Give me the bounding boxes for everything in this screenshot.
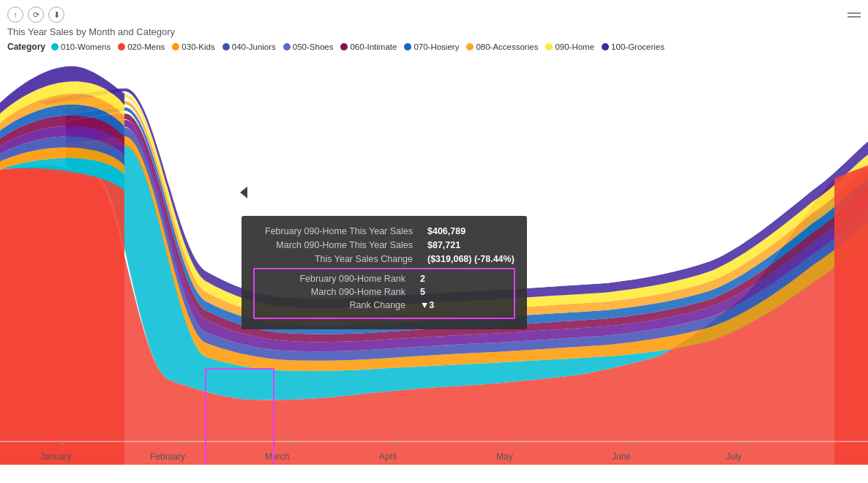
x-label-july: July (726, 452, 741, 462)
toolbar-icons: ↑ ⟳ ⬇ (7, 7, 64, 23)
legend-item-home: 090-Home (545, 42, 594, 51)
legend-dot-mens (118, 43, 125, 50)
tooltip-key-5: March 090-Home Rank (261, 287, 405, 297)
legend-item-shoes: 050-Shoes (283, 42, 334, 51)
chart-title: This Year Sales by Month and Category (0, 26, 868, 40)
legend-dot-shoes (283, 43, 291, 50)
tooltip-key-4: February 090-Home Rank (261, 274, 405, 284)
legend-text-home: 090-Home (555, 42, 594, 51)
legend-item-kids: 030-Kids (172, 42, 214, 51)
legend-dot-groceries (602, 43, 609, 50)
x-label-april: April (379, 452, 397, 462)
legend-text-intimate: 060-Intimate (350, 42, 397, 51)
refresh-button[interactable]: ⟳ (28, 7, 44, 23)
tooltip-val-4: 2 (420, 274, 508, 284)
tooltip-val-2: $87,721 (427, 240, 515, 250)
x-label-june: June (612, 452, 631, 462)
legend-dot-kids (172, 43, 179, 50)
download-button[interactable]: ⬇ (48, 7, 64, 23)
tooltip-val-5: 5 (420, 287, 508, 297)
legend-label: Category (7, 42, 45, 52)
tooltip-row-4: February 090-Home Rank 2 (261, 274, 508, 284)
legend-dot-juniors (222, 43, 230, 50)
legend-dot-accessories (466, 43, 474, 50)
legend-item-hosiery: 070-Hosiery (404, 42, 459, 51)
legend-text-hosiery: 070-Hosiery (414, 42, 459, 51)
tooltip-highlighted-section: February 090-Home Rank 2 March 090-Home … (253, 268, 515, 319)
x-label-january: January (40, 452, 72, 462)
tooltip-row-2: March 090-Home This Year Sales $87,721 (253, 240, 515, 250)
legend-item-juniors: 040-Juniors (222, 42, 276, 51)
tooltip-val-1: $406,789 (427, 226, 515, 236)
tooltip-row-5: March 090-Home Rank 5 (261, 287, 508, 297)
legend-text-accessories: 080-Accessories (476, 42, 538, 51)
x-label-february: February (150, 452, 185, 462)
legend-text-shoes: 050-Shoes (293, 42, 334, 51)
tooltip-row-1: February 090-Home This Year Sales $406,7… (253, 226, 515, 236)
tooltip-row-6: Rank Change ▼3 (261, 300, 508, 310)
tooltip: February 090-Home This Year Sales $406,7… (242, 216, 527, 329)
legend-text-womens: 010-Womens (61, 42, 111, 51)
tooltip-key-1: February 090-Home This Year Sales (253, 226, 413, 236)
legend-dot-home (545, 43, 553, 50)
legend-item-accessories: 080-Accessories (466, 42, 538, 51)
tooltip-key-3: This Year Sales Change (253, 254, 413, 264)
legend-text-groceries: 100-Groceries (611, 42, 665, 51)
top-bar: ↑ ⟳ ⬇ (0, 0, 868, 26)
legend-text-juniors: 040-Juniors (232, 42, 276, 51)
legend-text-mens: 020-Mens (127, 42, 165, 51)
legend-item-intimate: 060-Intimate (340, 42, 397, 51)
legend-dot-hosiery (404, 43, 411, 50)
legend-text-kids: 030-Kids (182, 42, 214, 51)
legend: Category 010-Womens 020-Mens 030-Kids 04… (0, 40, 868, 55)
tooltip-key-2: March 090-Home This Year Sales (253, 240, 413, 250)
up-arrow-button[interactable]: ↑ (7, 7, 23, 23)
legend-dot-womens (51, 43, 59, 50)
chart-area[interactable]: January February March April May June Ju… (0, 55, 868, 465)
selection-box (205, 368, 274, 465)
tooltip-row-3: This Year Sales Change ($319,068) (-78.4… (253, 254, 515, 264)
tooltip-arrow (240, 187, 247, 198)
legend-dot-intimate (340, 43, 348, 50)
x-label-may: May (496, 452, 513, 462)
tooltip-val-3: ($319,068) (-78.44%) (427, 254, 515, 264)
tooltip-val-6: ▼3 (420, 300, 508, 310)
legend-item-womens: 010-Womens (51, 42, 111, 51)
legend-item-groceries: 100-Groceries (602, 42, 665, 51)
tooltip-key-6: Rank Change (261, 300, 405, 310)
menu-icon[interactable] (848, 12, 861, 18)
x-axis: January February March April May June Ju… (0, 443, 868, 465)
legend-item-mens: 020-Mens (118, 42, 165, 51)
